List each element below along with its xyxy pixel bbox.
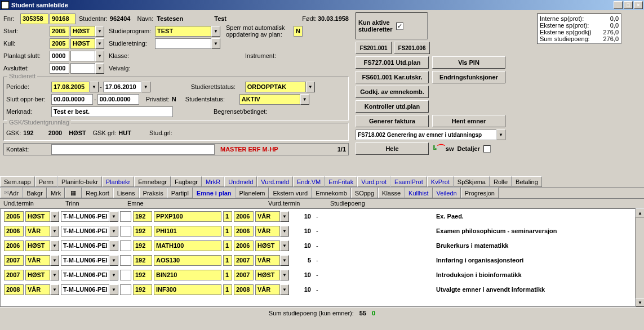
tab-progresjon[interactable]: Progresjon [461, 188, 499, 198]
tab-rolle[interactable]: Rolle [490, 176, 512, 187]
row-vterm-input[interactable] [255, 240, 280, 251]
row-trinn-input[interactable] [61, 226, 109, 237]
row-trinn-input[interactable] [61, 270, 109, 280]
row-vyear-input[interactable] [234, 255, 254, 266]
row-v-input[interactable] [223, 255, 232, 266]
row-emne-input[interactable] [154, 270, 221, 280]
kull-year-input[interactable] [50, 38, 69, 49]
row-blank-input[interactable] [120, 270, 131, 280]
tab-kvprot[interactable]: KvProt [427, 176, 454, 187]
kun-aktive-checkbox[interactable]: ✓ [396, 23, 403, 30]
planlagt-year-input[interactable] [50, 51, 69, 61]
tab-emneiplan[interactable]: Emne i plan [193, 188, 236, 198]
row-vyear-input[interactable] [234, 270, 254, 280]
tab-eksternvurd[interactable]: Ekstern vurd [269, 188, 312, 198]
row-vyear-input[interactable] [234, 211, 254, 222]
generer-faktura-button[interactable]: Generer faktura [356, 115, 429, 127]
row-term-dd[interactable]: ▼ [50, 270, 59, 280]
row-vyear-input[interactable] [234, 284, 254, 295]
tab-bakgr[interactable]: Bakgr [23, 188, 47, 198]
row-vterm-dd[interactable]: ▼ [280, 240, 289, 251]
tab-mrkr[interactable]: MrkR [202, 176, 224, 187]
row-term-dd[interactable]: ▼ [50, 211, 59, 222]
row-term-dd[interactable]: ▼ [50, 255, 59, 266]
studieprogram-input[interactable] [155, 26, 211, 37]
row-trinn-input[interactable] [61, 284, 109, 295]
studentstatus-dd[interactable]: ▼ [300, 94, 309, 105]
row-trinn-input[interactable] [61, 211, 109, 222]
tab-fagbegr[interactable]: Fagbegr [171, 176, 202, 187]
tab-mrk[interactable]: Mrk [47, 188, 65, 198]
fs727-button[interactable]: FS727.001 Utd.plan [356, 56, 429, 69]
row-vyear-input[interactable] [234, 226, 254, 237]
slutt-from-input[interactable] [51, 94, 93, 105]
row-emnenum-input[interactable] [133, 240, 152, 251]
start-year-input[interactable] [50, 26, 69, 37]
row-emne-input[interactable] [154, 240, 221, 251]
row-term-input[interactable] [25, 211, 50, 222]
minimize-button[interactable]: _ [614, 1, 623, 9]
row-vterm-input[interactable] [255, 226, 280, 237]
sperr-input[interactable] [294, 26, 303, 37]
row-trinn-dd[interactable]: ▼ [109, 240, 118, 251]
tab-klasse[interactable]: Klasse [378, 188, 405, 198]
row-trinn-input[interactable] [61, 255, 109, 266]
row-vterm-input[interactable] [255, 255, 280, 266]
row-v-input[interactable] [223, 240, 232, 251]
godkj-button[interactable]: Godkj. av emnekomb. [356, 86, 429, 98]
periode-to-dd[interactable]: ▼ [141, 82, 150, 92]
row-emne-input[interactable] [154, 255, 221, 266]
scrollbar-vertical[interactable]: ▲ ▼ [635, 208, 644, 307]
fs601-button[interactable]: FS601.001 Kar.utskr. [356, 71, 429, 83]
row-vterm-dd[interactable]: ▼ [280, 211, 289, 222]
row-trinn-input[interactable] [61, 240, 109, 251]
studieretning-dd[interactable]: ▼ [211, 38, 220, 49]
row-emnenum-input[interactable] [133, 284, 152, 295]
row-v-input[interactable] [223, 226, 232, 237]
tab-planbekr[interactable]: Planbekr [102, 176, 134, 187]
slutt-to-input[interactable] [97, 94, 139, 105]
kontroller-button[interactable]: Kontroller utd.plan [356, 100, 429, 113]
close-button[interactable]: × [634, 1, 643, 9]
studierettstatus-input[interactable] [245, 82, 306, 92]
periode-from-dd[interactable]: ▼ [90, 82, 99, 92]
periode-from-input[interactable] [51, 82, 90, 92]
studierettstatus-dd[interactable]: ▼ [306, 82, 315, 92]
tab-planelem[interactable]: Planelem [236, 188, 269, 198]
studentstatus-input[interactable] [239, 94, 300, 105]
hele-button[interactable]: Hele [356, 142, 429, 155]
tab-praksis[interactable]: Praksis [139, 188, 167, 198]
fnr2-input[interactable] [50, 14, 75, 24]
row-term-dd[interactable]: ▼ [50, 226, 59, 237]
row-year-input[interactable] [4, 226, 24, 237]
fnr1-input[interactable] [20, 14, 48, 24]
row-term-input[interactable] [25, 240, 50, 251]
tab-endrvm[interactable]: Endr.VM [293, 176, 325, 187]
periode-to-input[interactable] [103, 82, 141, 92]
row-year-input[interactable] [4, 255, 24, 266]
row-blank-input[interactable] [120, 284, 131, 295]
scroll-up-button[interactable]: ▲ [636, 208, 644, 217]
tab-undmeld[interactable]: Undmeld [224, 176, 257, 187]
tab-soppg[interactable]: SOppg [351, 188, 378, 198]
tab-semrapp[interactable]: Sem.rapp [0, 176, 35, 187]
tab-perm[interactable]: Perm [35, 176, 57, 187]
row-vterm-input[interactable] [255, 284, 280, 295]
planlagt-term-input[interactable] [70, 51, 95, 61]
tab-vurdprot[interactable]: Vurd.prot [357, 176, 390, 187]
row-emnenum-input[interactable] [133, 226, 152, 237]
row-trinn-dd[interactable]: ▼ [109, 284, 118, 295]
row-emnenum-input[interactable] [133, 211, 152, 222]
start-term-input[interactable] [70, 26, 95, 37]
kull-term-dd[interactable]: ▼ [95, 38, 104, 49]
tab-regkort[interactable]: Reg.kort [82, 188, 113, 198]
row-v-input[interactable] [223, 284, 232, 295]
row-trinn-dd[interactable]: ▼ [109, 255, 118, 266]
row-vterm-dd[interactable]: ▼ [280, 284, 289, 295]
fs718-dd[interactable]: ▼ [496, 130, 505, 140]
row-term-input[interactable] [25, 270, 50, 280]
tab-icon2[interactable]: ▦ [65, 188, 82, 198]
row-emnenum-input[interactable] [133, 255, 152, 266]
maximize-button[interactable]: □ [624, 1, 633, 9]
tab-vurdmeld[interactable]: Vurd.meld [257, 176, 293, 187]
